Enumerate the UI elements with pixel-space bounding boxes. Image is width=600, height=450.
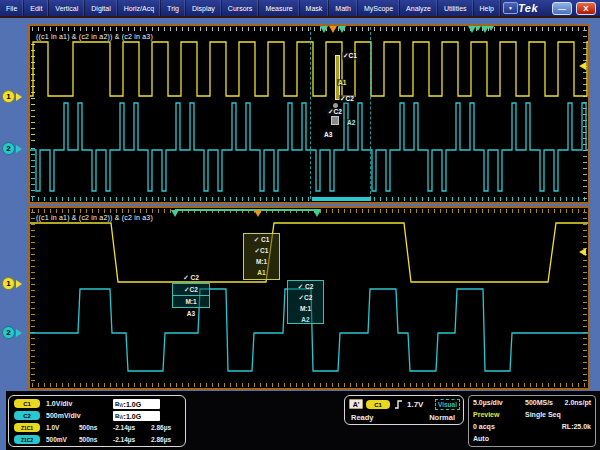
visual-trigger-c2-label-top: ✓C2 — [339, 95, 355, 103]
visual-trigger-a1-label: A1 — [337, 79, 347, 86]
trigger-level-value[interactable]: 1.7V — [407, 400, 423, 409]
ch1-readout-row: C1 1.0V/div BW:1.0G — [9, 399, 185, 410]
menu-item-mask[interactable]: Mask — [300, 0, 330, 16]
ch2-scale[interactable]: 500mV/div — [46, 412, 81, 419]
bw-value: :1.0G — [124, 401, 142, 408]
zoom-region-left-edge[interactable] — [310, 27, 311, 199]
z1c2-time: 500ns — [79, 436, 97, 443]
rising-edge-icon — [394, 399, 405, 410]
close-button[interactable]: X — [576, 2, 596, 15]
zoom-region-bar[interactable] — [312, 197, 371, 201]
area-check-label: ✓ C2 — [288, 281, 323, 292]
timebase[interactable]: 5.0µs/div — [473, 399, 503, 406]
area-check-label: ✓ C1 — [244, 234, 279, 245]
zoom-region-right-edge[interactable] — [370, 27, 371, 199]
visual-trigger-equation-main: ((c1 in a1) & (c2 in a2)) & (c2 in a3) — [36, 33, 153, 40]
trigger-position-marker-icon[interactable] — [329, 26, 337, 33]
ruler-bottom-zoom — [32, 383, 586, 387]
area-check-label: ✓C2 — [288, 292, 323, 303]
menu-item-vertical[interactable]: Vertical — [49, 0, 85, 16]
trigger-source-badge[interactable]: C1 — [366, 400, 390, 409]
area-name-label: A3 — [172, 308, 210, 319]
marker-handle-box-icon[interactable] — [331, 116, 339, 125]
z1c1-badge[interactable]: Z1C1 — [14, 423, 40, 432]
trigger-level-arrow-zoom[interactable] — [579, 248, 586, 256]
zoom-span-end-marker-icon[interactable] — [313, 210, 321, 217]
ch1-badge[interactable]: C1 — [14, 399, 40, 408]
menu-item-edit[interactable]: Edit — [24, 0, 49, 16]
menu-item-file[interactable]: File — [0, 0, 24, 16]
ruler-left-zoom — [31, 212, 35, 386]
menu-item-digital[interactable]: Digital — [85, 0, 117, 16]
ch2-reference-marker-main[interactable]: 2 — [2, 142, 15, 155]
visual-trigger-equation-zoom: ((c1 in a1) & (c2 in a2)) & (c2 in a3) — [36, 214, 153, 221]
menu-item-trig[interactable]: Trig — [161, 0, 186, 16]
menu-item-horiz-acq[interactable]: Horiz/Acq — [118, 0, 161, 16]
trigger-a-badge[interactable]: A' — [349, 399, 363, 409]
sample-resolution: 2.0ns/pt — [565, 399, 591, 406]
area-check-label: ✓C2 — [172, 283, 210, 296]
ch1-scale[interactable]: 1.0V/div — [46, 400, 72, 407]
menu-bar: File Edit Vertical Digital Horiz/Acq Tri… — [0, 0, 600, 18]
area-mode-label: M:1 — [172, 296, 210, 308]
ruler-top-main — [32, 27, 586, 31]
visual-trigger-area-bar[interactable] — [335, 55, 340, 100]
visual-trigger-badge[interactable]: Visual — [435, 399, 460, 410]
menu-overflow-button[interactable]: ▼ — [503, 2, 518, 14]
ch2-reference-arrow-zoom — [16, 329, 22, 337]
visual-trigger-area-box-a2[interactable]: ✓ C2 ✓C2 M:1 A2 — [287, 280, 324, 324]
menu-item-cursors[interactable]: Cursors — [222, 0, 260, 16]
search-mark-icon — [338, 26, 346, 33]
z1c2-scale: 500mV — [46, 436, 67, 443]
horizontal-row3: 0 acqs RL:25.0k — [469, 423, 595, 434]
search-mark-icon — [320, 26, 328, 33]
trigger-readout-box: A' C1 1.7V Visual Ready Normal — [344, 395, 464, 425]
ruler-right-zoom — [583, 212, 587, 386]
horizontal-row4: Auto — [469, 435, 595, 446]
readout-bar: C1 1.0V/div BW:1.0G C2 500mV/div BW:1.0G… — [6, 391, 600, 450]
menu-item-measure[interactable]: Measure — [259, 0, 299, 16]
trigger-mode: Normal — [429, 413, 455, 422]
z1c2-badge[interactable]: Z1C2 — [14, 435, 40, 444]
record-length: RL:25.0k — [562, 423, 591, 430]
ch2-bandwidth: BW:1.0G — [113, 411, 160, 421]
horizontal-row2: Preview Single Seq — [469, 411, 595, 422]
ch1-reference-marker-main[interactable]: 1 — [2, 90, 15, 103]
area-name-label: A1 — [244, 267, 279, 278]
sequence-mode: Single Seq — [525, 411, 561, 418]
menu-item-display[interactable]: Display — [186, 0, 222, 16]
minimize-button[interactable]: — — [552, 2, 572, 15]
visual-trigger-area-box-a3[interactable]: ✓ C2 ✓C2 M:1 A3 — [172, 272, 210, 320]
oscilloscope-app: File Edit Vertical Digital Horiz/Acq Tri… — [0, 0, 600, 450]
ch1-reference-arrow-main — [16, 93, 22, 101]
menu-item-help[interactable]: Help — [474, 0, 501, 16]
z1c1-time: 500ns — [79, 424, 97, 431]
visual-trigger-c2-label: ✓C2 — [327, 108, 343, 116]
visual-trigger-area-box-a1[interactable]: ✓ C1 ✓C1 M:1 A1 — [243, 233, 280, 280]
visual-trigger-c1-label: ✓C1 — [342, 52, 358, 60]
trigger-level-arrow-main[interactable] — [579, 62, 586, 70]
z1c1-readout-row: Z1C1 1.0V 500ns -2.14µs 2.86µs — [9, 423, 185, 434]
zoom-span-start-marker-icon[interactable] — [171, 210, 179, 217]
ch1-reference-marker-zoom[interactable]: 1 — [2, 277, 15, 290]
ch1-bandwidth: BW:1.0G — [113, 399, 160, 409]
area-check-label: ✓ C2 — [172, 272, 210, 283]
visual-trigger-a2-label: A2 — [346, 119, 356, 126]
menu-item-math[interactable]: Math — [329, 0, 358, 16]
ch2-reference-marker-zoom[interactable]: 2 — [2, 326, 15, 339]
z1c1-delay2: 2.86µs — [151, 424, 171, 431]
zoom-span-line — [175, 209, 320, 211]
ruler-left-main-ch1 — [31, 44, 35, 146]
tek-logo: Tek — [518, 2, 538, 14]
menu-item-myscope[interactable]: MyScope — [358, 0, 400, 16]
ruler-left-main-ch2 — [31, 148, 35, 200]
search-mark-icon — [488, 26, 494, 31]
horizontal-readout-box: 5.0µs/div 500MS/s 2.0ns/pt Preview Singl… — [468, 395, 596, 447]
ch2-badge[interactable]: C2 — [14, 411, 40, 420]
trigger-mode-auto: Auto — [473, 435, 489, 442]
menu-item-analyze[interactable]: Analyze — [400, 0, 438, 16]
menu-item-utilities[interactable]: Utilities — [438, 0, 474, 16]
acquisition-count: 0 acqs — [473, 423, 495, 430]
trigger-position-marker-icon[interactable] — [254, 210, 262, 217]
z1c1-scale: 1.0V — [46, 424, 59, 431]
